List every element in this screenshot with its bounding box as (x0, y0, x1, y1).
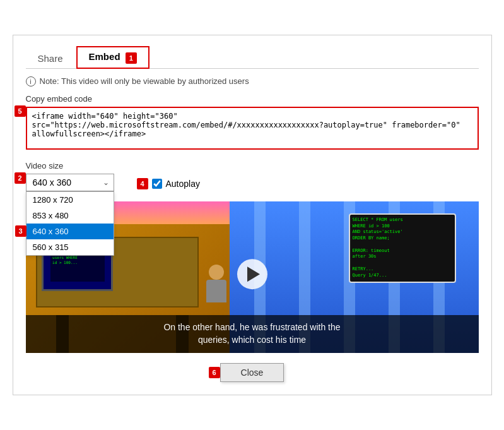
close-button-row: 6 Close (26, 363, 479, 382)
tab-row: Share Embed 1 (26, 45, 479, 68)
label-badge-4: 4 (137, 178, 148, 189)
thought-bubble: SELECT * FROM users WHERE id > 100 AND s… (349, 213, 456, 283)
label-badge-5: 5 (15, 105, 26, 117)
thought-content: SELECT * FROM users WHERE id > 100 AND s… (350, 215, 455, 282)
subtitle-text: On the other hand, he was frustrated wit… (163, 322, 340, 345)
size-select-container: 2 1280 x 720 853 x 480 640 x 360 560 x 3… (26, 174, 114, 191)
dropdown-item-853[interactable]: 853 x 480 (26, 208, 114, 224)
video-size-select[interactable]: 1280 x 720 853 x 480 640 x 360 560 x 315 (26, 174, 114, 191)
character (197, 265, 235, 315)
label-badge-3: 3 (15, 225, 26, 237)
subtitle-bar: On the other hand, he was frustrated wit… (26, 315, 479, 352)
autoplay-label: Autoplay (166, 179, 200, 189)
label-badge-6: 6 (209, 367, 220, 378)
char-body (206, 280, 226, 302)
note-text: Note: This video will only be viewable b… (40, 76, 249, 86)
video-size-row: Video size 2 1280 x 720 853 x 480 640 x … (26, 161, 479, 191)
autoplay-checkbox[interactable] (152, 179, 162, 189)
label-badge-1: 1 (126, 52, 137, 64)
dropdown-item-1280[interactable]: 1280 x 720 (26, 192, 114, 208)
embed-dialog: Share Embed 1 i Note: This video will on… (13, 35, 492, 395)
note-row: i Note: This video will only be viewable… (26, 76, 479, 87)
tab-share[interactable]: Share (26, 49, 75, 68)
char-head (209, 265, 224, 280)
size-dropdown-menu[interactable]: 1280 x 720 853 x 480 3 640 x 360 560 x 3… (26, 191, 114, 256)
close-button[interactable]: Close (220, 363, 284, 382)
dropdown-item-640[interactable]: 3 640 x 360 (26, 224, 114, 239)
embed-code-textarea[interactable]: <iframe width="640" height="360" src="ht… (26, 107, 479, 150)
video-size-label: Video size (26, 161, 114, 170)
play-triangle-icon (247, 266, 260, 282)
play-button[interactable] (237, 259, 267, 289)
embed-code-label: Copy embed code (26, 94, 479, 104)
info-icon: i (26, 76, 36, 87)
size-select-wrapper: 1280 x 720 853 x 480 640 x 360 560 x 315… (26, 174, 114, 191)
embed-code-wrapper: 5 <iframe width="640" height="360" src="… (26, 107, 479, 152)
dropdown-item-560[interactable]: 560 x 315 (26, 239, 114, 255)
video-size-group: Video size 2 1280 x 720 853 x 480 640 x … (26, 161, 114, 191)
tab-embed[interactable]: Embed 1 (76, 46, 149, 68)
autoplay-group: 4 Autoplay (152, 179, 200, 189)
label-badge-2: 2 (15, 172, 26, 184)
